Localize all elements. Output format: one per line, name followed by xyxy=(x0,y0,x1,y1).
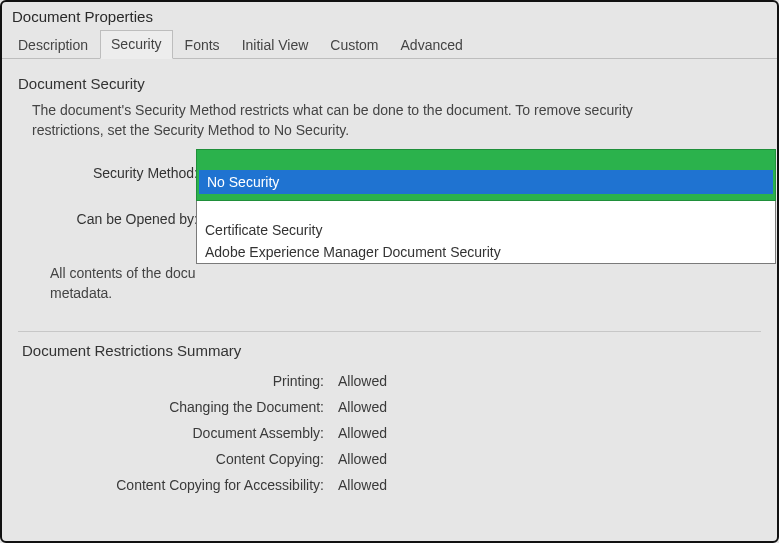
contents-text-suffix: metadata. xyxy=(50,285,112,301)
restriction-label-assembly: Document Assembly: xyxy=(34,425,338,441)
dropdown-option-certificate-security[interactable]: Certificate Security xyxy=(197,219,775,241)
restriction-value-copying-accessibility: Allowed xyxy=(338,477,387,493)
restriction-value-copying: Allowed xyxy=(338,451,387,467)
restriction-row: Changing the Document: Allowed xyxy=(34,399,761,415)
restriction-row: Printing: Allowed xyxy=(34,373,761,389)
security-form: Security Method: Can be Opened by: All c… xyxy=(18,159,761,304)
restriction-value-assembly: Allowed xyxy=(338,425,387,441)
tab-custom[interactable]: Custom xyxy=(320,32,388,59)
restriction-label-printing: Printing: xyxy=(34,373,338,389)
restriction-value-changing: Allowed xyxy=(338,399,387,415)
dropdown-list: Certificate Security Adobe Experience Ma… xyxy=(196,201,776,264)
document-security-heading: Document Security xyxy=(18,75,761,92)
restriction-label-copying-accessibility: Content Copying for Accessibility: xyxy=(34,477,338,493)
section-divider xyxy=(18,331,761,332)
annotation-highlight: No Security xyxy=(196,149,776,201)
restrictions-summary-heading: Document Restrictions Summary xyxy=(22,342,761,359)
dropdown-option-aem-document-security[interactable]: Adobe Experience Manager Document Securi… xyxy=(197,241,775,263)
security-method-label: Security Method: xyxy=(50,165,204,181)
restriction-row: Document Assembly: Allowed xyxy=(34,425,761,441)
restriction-row: Content Copying: Allowed xyxy=(34,451,761,467)
security-method-dropdown[interactable]: No Security Certificate Security Adobe E… xyxy=(196,149,776,264)
restriction-value-printing: Allowed xyxy=(338,373,387,389)
tab-advanced[interactable]: Advanced xyxy=(391,32,473,59)
tab-security[interactable]: Security xyxy=(100,30,173,59)
restriction-row: Content Copying for Accessibility: Allow… xyxy=(34,477,761,493)
tab-fonts[interactable]: Fonts xyxy=(175,32,230,59)
security-help-text: The document's Security Method restricts… xyxy=(18,100,692,141)
contents-text-prefix: All contents of the docu xyxy=(50,265,196,281)
contents-metadata-text: All contents of the docu metadata. xyxy=(50,263,761,304)
tab-initial-view[interactable]: Initial View xyxy=(232,32,319,59)
security-panel: Document Security The document's Securit… xyxy=(2,59,777,493)
restriction-label-copying: Content Copying: xyxy=(34,451,338,467)
document-properties-window: Document Properties Description Security… xyxy=(0,0,779,543)
tab-description[interactable]: Description xyxy=(8,32,98,59)
window-title: Document Properties xyxy=(2,2,777,29)
restrictions-list: Printing: Allowed Changing the Document:… xyxy=(18,373,761,493)
opened-by-label: Can be Opened by: xyxy=(50,211,204,227)
restriction-label-changing: Changing the Document: xyxy=(34,399,338,415)
tab-strip: Description Security Fonts Initial View … xyxy=(2,29,777,59)
dropdown-option-no-security[interactable]: No Security xyxy=(199,170,773,194)
